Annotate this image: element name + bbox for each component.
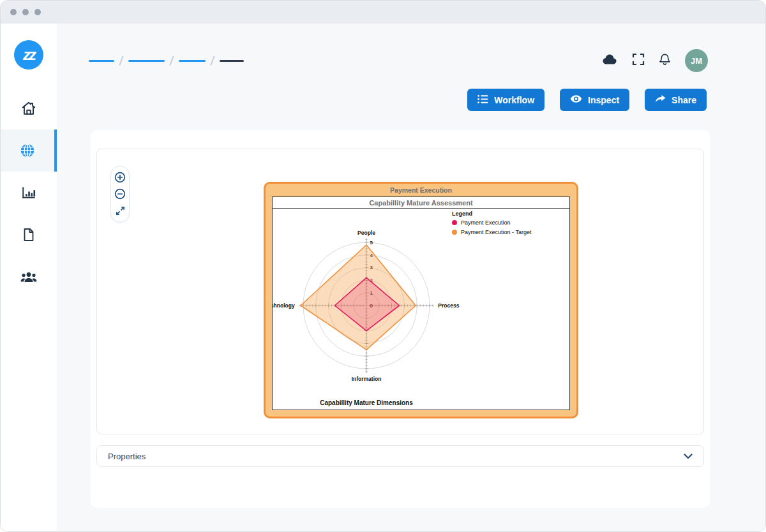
- fullscreen-icon[interactable]: [632, 53, 645, 68]
- window-titlebar: [1, 1, 765, 24]
- sidebar-item-home[interactable]: [1, 87, 57, 129]
- home-icon: [20, 100, 37, 117]
- cloud-icon[interactable]: [602, 53, 619, 68]
- share-button-label: Share: [672, 95, 696, 105]
- list-icon: [477, 94, 488, 106]
- workflow-button[interactable]: Workflow: [467, 89, 544, 111]
- window-dot[interactable]: [34, 9, 41, 15]
- svg-text:Information: Information: [352, 376, 382, 382]
- chart-title: Capabillity Mature Assessment: [273, 197, 569, 209]
- legend-label: Payment Execution - Target: [461, 229, 531, 235]
- eye-icon: [570, 94, 582, 105]
- breadcrumb-segment[interactable]: [128, 60, 165, 62]
- legend-dot-payment-execution: [452, 220, 457, 225]
- toolbar: Workflow Inspect: [57, 72, 765, 111]
- bar-chart-icon: [20, 184, 37, 201]
- main-area: JM Workflow: [57, 24, 765, 532]
- sidebar-item-documents[interactable]: [1, 214, 57, 256]
- app-window: zz: [0, 0, 766, 532]
- globe-icon: [19, 142, 36, 159]
- sidebar: zz: [1, 24, 57, 532]
- chevron-down-icon[interactable]: [684, 450, 693, 462]
- legend-dot-payment-execution-target: [452, 230, 457, 235]
- breadcrumb-separator: [210, 55, 214, 66]
- share-icon: [655, 94, 666, 106]
- inspect-button[interactable]: Inspect: [560, 89, 629, 111]
- zoom-out-button[interactable]: [114, 188, 126, 200]
- breadcrumb-segment-current: [220, 60, 244, 62]
- radar-chart-area: 012345PeopleProcessInformationTechnology…: [273, 209, 569, 410]
- app-logo[interactable]: zz: [14, 40, 43, 70]
- breadcrumb-segment[interactable]: [179, 60, 206, 62]
- zoom-controls: [110, 166, 130, 223]
- breadcrumb: [89, 55, 244, 66]
- diagram-canvas[interactable]: Payment Execution Capabillity Mature Ass…: [96, 149, 704, 434]
- legend-item: Payment Execution - Target: [452, 229, 531, 235]
- legend-item: Payment Execution: [452, 219, 531, 226]
- properties-accordion[interactable]: Properties: [96, 445, 704, 467]
- shape-header-label: Payment Execution: [266, 184, 576, 196]
- bell-icon[interactable]: [658, 52, 672, 69]
- sidebar-item-globe[interactable]: [1, 129, 57, 172]
- capability-shape-container[interactable]: Payment Execution Capabillity Mature Ass…: [264, 182, 578, 418]
- users-icon: [20, 268, 38, 286]
- avatar[interactable]: JM: [685, 49, 708, 72]
- sidebar-item-users[interactable]: [1, 256, 57, 298]
- share-button[interactable]: Share: [645, 89, 707, 111]
- breadcrumb-segment[interactable]: [89, 60, 114, 62]
- document-icon: [21, 227, 36, 242]
- svg-text:Process: Process: [438, 302, 459, 309]
- fit-expand-button[interactable]: [114, 205, 126, 216]
- zoom-in-button[interactable]: [114, 172, 126, 183]
- chart-x-axis-title: Capabillity Mature Dimensions: [320, 399, 413, 406]
- page-header: JM: [57, 24, 765, 72]
- inspect-button-label: Inspect: [588, 95, 619, 105]
- svg-text:Technology: Technology: [273, 302, 295, 309]
- chart-legend: Legend Payment Execution Payment Executi…: [452, 211, 531, 239]
- breadcrumb-separator: [119, 55, 123, 66]
- sidebar-item-analytics[interactable]: [1, 172, 57, 214]
- breadcrumb-separator: [169, 55, 174, 66]
- properties-label: Properties: [108, 452, 146, 461]
- window-dot[interactable]: [22, 9, 29, 15]
- content-card: Payment Execution Capabillity Mature Ass…: [91, 130, 710, 508]
- assessment-frame: Capabillity Mature Assessment 012345Peop…: [272, 196, 570, 410]
- legend-label: Payment Execution: [461, 219, 511, 226]
- svg-text:5: 5: [370, 240, 373, 246]
- window-dot[interactable]: [10, 9, 17, 15]
- svg-text:People: People: [357, 230, 375, 236]
- legend-title: Legend: [452, 211, 531, 217]
- workflow-button-label: Workflow: [494, 95, 534, 105]
